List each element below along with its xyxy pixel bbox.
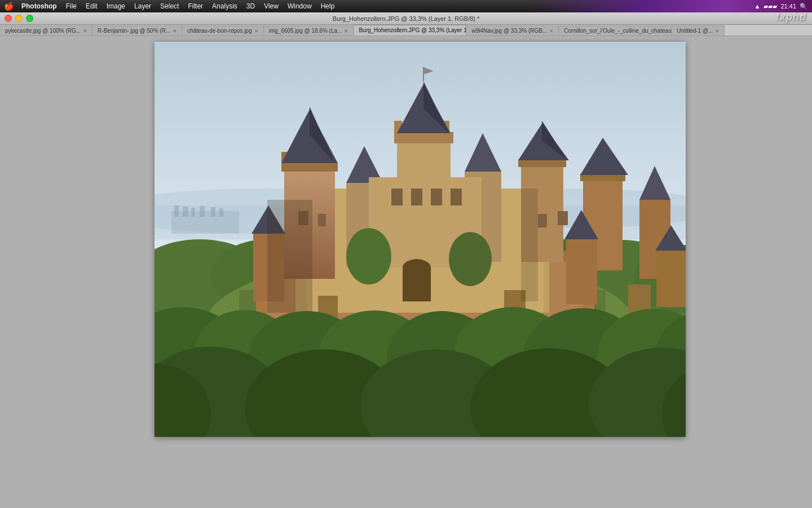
3d-menu[interactable]: 3D bbox=[242, 0, 259, 12]
tab-close-1[interactable]: ✕ bbox=[83, 28, 87, 34]
svg-rect-84 bbox=[411, 189, 422, 205]
tab-close-8[interactable]: ✕ bbox=[715, 28, 720, 34]
image-menu[interactable]: Image bbox=[102, 0, 130, 12]
castle-image bbox=[155, 42, 686, 437]
svg-point-92 bbox=[403, 259, 431, 276]
tab-w9i4nav[interactable]: w9i4Nav.jpg @ 33,3% (RGB... ✕ bbox=[466, 25, 559, 36]
tabs-bar: pykecastle.jpg @ 100% (RG... ✕ R-Benjami… bbox=[0, 25, 812, 36]
tab-label-8: Untitled-1 @... bbox=[677, 28, 713, 34]
svg-rect-8 bbox=[200, 206, 205, 217]
app-name-menu[interactable]: Photoshop bbox=[17, 0, 61, 12]
menu-right-icons: ▲ ▰▰▰ 21:41 🔍 bbox=[754, 3, 812, 10]
tab-label-6: w9i4Nav.jpg @ 33,3% (RGB... bbox=[471, 28, 547, 34]
tab-label-5: Burg_Hohenzollern.JPG @ 33,3% (Layer 1, … bbox=[359, 27, 466, 33]
svg-rect-97 bbox=[566, 239, 597, 304]
svg-rect-7 bbox=[191, 208, 195, 217]
tab-img6605[interactable]: img_6605.jpg @ 18,6% (La... ✕ bbox=[264, 25, 354, 36]
svg-rect-90 bbox=[558, 211, 568, 225]
help-menu[interactable]: Help bbox=[316, 0, 339, 12]
wifi-icon: ▲ bbox=[754, 3, 761, 10]
analysis-menu[interactable]: Analysis bbox=[208, 0, 242, 12]
tab-close-6[interactable]: ✕ bbox=[549, 28, 554, 34]
tab-close-3[interactable]: ✕ bbox=[254, 28, 259, 34]
tab-untitled[interactable]: Untitled-1 @... ✕ bbox=[672, 25, 725, 36]
svg-rect-6 bbox=[183, 207, 188, 217]
svg-rect-74 bbox=[518, 159, 566, 167]
file-menu[interactable]: File bbox=[61, 0, 81, 12]
svg-point-93 bbox=[346, 228, 391, 284]
svg-rect-89 bbox=[538, 214, 547, 227]
battery-icon: ▰▰▰ bbox=[764, 3, 777, 10]
tab-label-3: château-de-bon-repos.jpg bbox=[187, 28, 252, 34]
tab-label-7: Cornillon_sur_l'Oule_-_colline_du_chatea… bbox=[564, 28, 672, 34]
select-menu[interactable]: Select bbox=[156, 0, 183, 12]
svg-rect-86 bbox=[451, 189, 462, 205]
tab-cornillon[interactable]: Cornillon_sur_l'Oule_-_colline_du_chatea… bbox=[559, 25, 672, 36]
window-controls bbox=[5, 15, 33, 22]
close-button[interactable] bbox=[5, 15, 12, 22]
svg-rect-88 bbox=[318, 214, 326, 226]
layer-menu[interactable]: Layer bbox=[130, 0, 156, 12]
svg-rect-104 bbox=[267, 200, 312, 313]
svg-rect-83 bbox=[391, 189, 403, 205]
clock: 21:41 bbox=[780, 3, 796, 10]
window-menu[interactable]: Window bbox=[283, 0, 316, 12]
tab-chateau[interactable]: château-de-bon-repos.jpg ✕ bbox=[182, 25, 264, 36]
svg-rect-4 bbox=[171, 211, 239, 234]
menu-bar: 🍎 Photoshop File Edit Image Layer Select… bbox=[0, 0, 812, 12]
svg-rect-9 bbox=[211, 207, 215, 217]
tab-pykecastle[interactable]: pykecastle.jpg @ 100% (RG... ✕ bbox=[0, 25, 92, 36]
svg-rect-85 bbox=[431, 189, 442, 205]
svg-rect-5 bbox=[174, 205, 179, 217]
tab-label-4: img_6605.jpg @ 18,6% (La... bbox=[269, 28, 342, 34]
svg-rect-99 bbox=[656, 251, 686, 307]
svg-rect-105 bbox=[521, 189, 538, 301]
minimize-button[interactable] bbox=[15, 15, 23, 22]
apple-menu[interactable]: 🍎 bbox=[0, 0, 17, 12]
fxphd-watermark: fxphd bbox=[776, 11, 806, 23]
tab-rbenjamin[interactable]: R-Benjamin-.jpg @ 50% (R... ✕ bbox=[92, 25, 182, 36]
svg-rect-61 bbox=[394, 132, 453, 143]
search-icon[interactable]: 🔍 bbox=[800, 3, 807, 10]
tab-label-1: pykecastle.jpg @ 100% (RG... bbox=[5, 28, 81, 34]
view-menu[interactable]: View bbox=[259, 0, 283, 12]
filter-menu[interactable]: Filter bbox=[183, 0, 208, 12]
svg-rect-50 bbox=[281, 163, 338, 172]
tab-label-2: R-Benjamin-.jpg @ 50% (R... bbox=[98, 28, 170, 34]
maximize-button[interactable] bbox=[26, 15, 33, 22]
canvas-area bbox=[0, 36, 812, 508]
document-canvas bbox=[155, 42, 686, 437]
svg-point-94 bbox=[449, 232, 492, 286]
apple-icon: 🍎 bbox=[4, 2, 14, 11]
tab-burg-hohenzollern[interactable]: Burg_Hohenzollern.JPG @ 33,3% (Layer 1, … bbox=[354, 25, 466, 36]
edit-menu[interactable]: Edit bbox=[81, 0, 102, 12]
title-bar: Burg_Hohenzollern.JPG @ 33,3% (Layer 1, … bbox=[0, 12, 812, 25]
window-title: Burg_Hohenzollern.JPG @ 33,3% (Layer 1, … bbox=[333, 15, 480, 22]
tab-close-2[interactable]: ✕ bbox=[173, 28, 177, 34]
svg-rect-10 bbox=[219, 208, 223, 217]
tab-close-4[interactable]: ✕ bbox=[344, 28, 348, 34]
